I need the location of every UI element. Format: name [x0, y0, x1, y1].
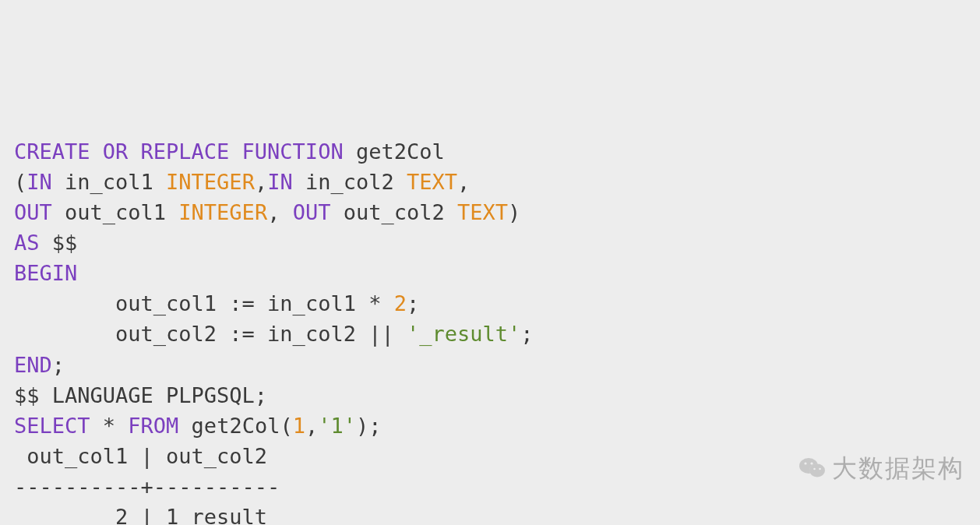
keyword: CREATE OR REPLACE FUNCTION [14, 139, 344, 164]
svg-point-2 [809, 463, 825, 477]
semicolon: ; [407, 291, 419, 315]
string-literal: '1' [318, 414, 356, 438]
param: out_col1 [52, 200, 179, 224]
keyword-out: OUT [14, 200, 52, 224]
indent [14, 322, 115, 346]
number-literal: 1 [293, 414, 305, 438]
comma: , [457, 170, 470, 194]
result-divider: ----------+---------- [14, 474, 280, 499]
keyword-as: AS [14, 231, 40, 255]
call-close: ); [356, 414, 382, 438]
type-integer: INTEGER [166, 170, 255, 194]
watermark: 大数据架构 [798, 450, 964, 486]
keyword-select: SELECT [14, 414, 90, 438]
paren-close: ) [508, 200, 520, 224]
param: in_col2 [293, 170, 407, 194]
keyword-out: OUT [293, 200, 331, 224]
type-text: TEXT [407, 170, 457, 194]
svg-point-3 [804, 462, 806, 464]
assignment: out_col2 := in_col2 || [115, 322, 407, 346]
number-literal: 2 [394, 291, 407, 315]
watermark-text: 大数据架构 [832, 450, 964, 486]
semicolon: ; [520, 322, 533, 346]
dollar-quote: $$ [40, 231, 78, 255]
paren-open: ( [14, 170, 26, 194]
call-open: get2Col( [178, 414, 292, 438]
type-text: TEXT [457, 200, 508, 224]
keyword-from: FROM [128, 414, 178, 438]
result-row: 2 | 1_result [14, 505, 267, 525]
keyword-in: IN [267, 170, 293, 194]
param: out_col2 [330, 200, 457, 224]
keyword-end: END [14, 353, 52, 377]
string-literal: '_result' [407, 322, 520, 346]
language-clause: $$ LANGUAGE PLPGSQL; [14, 383, 267, 407]
keyword-begin: BEGIN [14, 261, 77, 285]
indent [14, 291, 115, 315]
svg-point-6 [819, 467, 821, 470]
type-integer: INTEGER [178, 200, 267, 224]
assignment: out_col1 := in_col1 * [115, 291, 394, 315]
function-name: get2Col [344, 139, 445, 164]
svg-point-5 [813, 467, 816, 470]
wechat-icon [798, 453, 827, 483]
comma: , [305, 414, 318, 438]
comma: , [255, 170, 267, 194]
svg-point-4 [810, 462, 813, 464]
result-header: out_col1 | out_col2 [14, 444, 280, 468]
keyword-in: IN [26, 170, 52, 194]
comma: , [267, 200, 293, 224]
param: in_col1 [52, 170, 166, 194]
star: * [90, 414, 129, 438]
semicolon: ; [52, 353, 65, 377]
